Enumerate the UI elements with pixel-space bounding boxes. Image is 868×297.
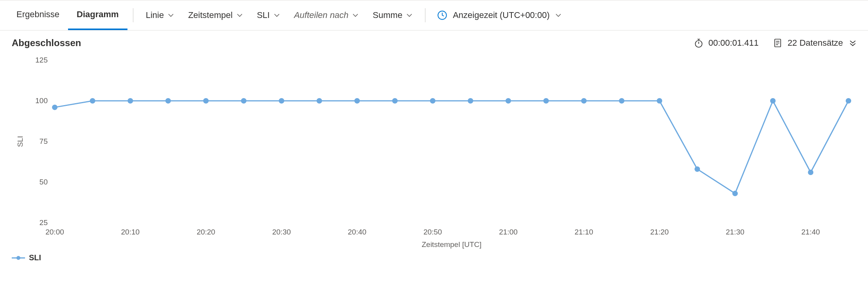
chevron-down-icon (274, 12, 280, 18)
svg-point-22 (90, 98, 95, 104)
tab-results[interactable]: Ergebnisse (8, 0, 68, 30)
toolbar: Ergebnisse Diagramm Linie Zeitstempel SL… (0, 0, 868, 30)
svg-point-32 (468, 98, 473, 104)
svg-point-37 (657, 98, 662, 104)
tab-diagram[interactable]: Diagramm (68, 0, 127, 30)
elapsed-time: 00:00:01.411 (694, 38, 759, 48)
svg-text:21:00: 21:00 (499, 228, 518, 236)
svg-point-39 (732, 191, 738, 196)
svg-point-41 (808, 170, 813, 175)
y-field-label: SLI (257, 10, 270, 20)
svg-point-34 (543, 98, 549, 104)
elapsed-time-value: 00:00:01.411 (708, 38, 759, 48)
svg-text:125: 125 (35, 56, 48, 64)
svg-point-27 (279, 98, 284, 104)
chart-type-dropdown[interactable]: Linie (139, 10, 181, 20)
time-display-label: Anzeigezeit (UTC+00:00) (453, 10, 550, 20)
svg-point-31 (430, 98, 436, 104)
svg-text:21:40: 21:40 (802, 228, 820, 236)
svg-text:20:20: 20:20 (197, 228, 215, 236)
record-count[interactable]: 22 Datensätze (773, 38, 856, 48)
svg-point-40 (770, 98, 776, 104)
svg-text:100: 100 (35, 97, 48, 105)
legend-swatch (12, 256, 25, 260)
svg-text:Zeitstempel [UTC]: Zeitstempel [UTC] (421, 240, 481, 249)
y-field-dropdown[interactable]: SLI (250, 10, 287, 20)
svg-point-33 (506, 98, 511, 104)
svg-point-42 (846, 98, 851, 104)
aggregation-dropdown[interactable]: Summe (366, 10, 420, 20)
x-field-dropdown[interactable]: Zeitstempel (181, 10, 250, 20)
tabs: Ergebnisse Diagramm (8, 0, 127, 30)
stopwatch-icon (694, 38, 704, 48)
time-display-dropdown[interactable]: Anzeigezeit (UTC+00:00) (431, 10, 568, 20)
svg-point-21 (52, 105, 57, 110)
split-by-dropdown[interactable]: Aufteilen nach (287, 10, 366, 20)
chart-area: 25507510012520:0020:1020:2020:3020:4020:… (0, 52, 868, 252)
svg-text:20:50: 20:50 (423, 228, 442, 236)
svg-text:25: 25 (39, 218, 48, 227)
svg-point-38 (694, 166, 700, 172)
status-completed: Abgeschlossen (12, 38, 81, 48)
svg-point-26 (241, 98, 246, 104)
chevron-down-icon (555, 12, 561, 18)
aggregation-label: Summe (373, 10, 402, 20)
svg-point-35 (581, 98, 586, 104)
svg-text:20:10: 20:10 (121, 228, 140, 236)
status-bar: Abgeschlossen 00:00:01.411 22 Datensätze (0, 30, 868, 52)
chevron-double-down-icon[interactable] (848, 39, 856, 47)
divider (425, 8, 425, 22)
svg-point-44 (16, 256, 20, 260)
svg-point-29 (354, 98, 360, 104)
svg-text:SLI: SLI (16, 136, 24, 147)
svg-text:50: 50 (39, 178, 48, 186)
svg-point-23 (127, 98, 133, 104)
svg-point-30 (392, 98, 398, 104)
svg-text:20:00: 20:00 (45, 228, 64, 236)
chevron-down-icon (352, 12, 359, 18)
chevron-down-icon (406, 12, 412, 18)
svg-text:21:30: 21:30 (726, 228, 744, 236)
svg-text:20:30: 20:30 (272, 228, 291, 236)
legend: SLI (0, 252, 868, 267)
tab-results-label: Ergebnisse (16, 9, 59, 20)
divider (133, 8, 133, 22)
notes-icon (773, 38, 783, 48)
svg-text:75: 75 (39, 137, 48, 145)
chevron-down-icon (237, 12, 243, 18)
chevron-down-icon (168, 12, 174, 18)
svg-text:21:10: 21:10 (575, 228, 594, 236)
svg-text:21:20: 21:20 (650, 228, 669, 236)
svg-text:20:40: 20:40 (348, 228, 367, 236)
chart-type-label: Linie (146, 10, 164, 20)
svg-point-36 (619, 98, 624, 104)
svg-point-1 (695, 41, 702, 47)
svg-point-28 (317, 98, 322, 104)
legend-series-label: SLI (29, 253, 41, 262)
split-by-label: Aufteilen nach (294, 10, 348, 20)
svg-point-25 (203, 98, 209, 104)
svg-point-24 (165, 98, 171, 104)
x-field-label: Zeitstempel (188, 10, 233, 20)
line-chart[interactable]: 25507510012520:0020:1020:2020:3020:4020:… (12, 52, 856, 252)
record-count-value: 22 Datensätze (787, 38, 843, 48)
tab-diagram-label: Diagramm (77, 9, 119, 20)
clock-icon (437, 10, 447, 20)
